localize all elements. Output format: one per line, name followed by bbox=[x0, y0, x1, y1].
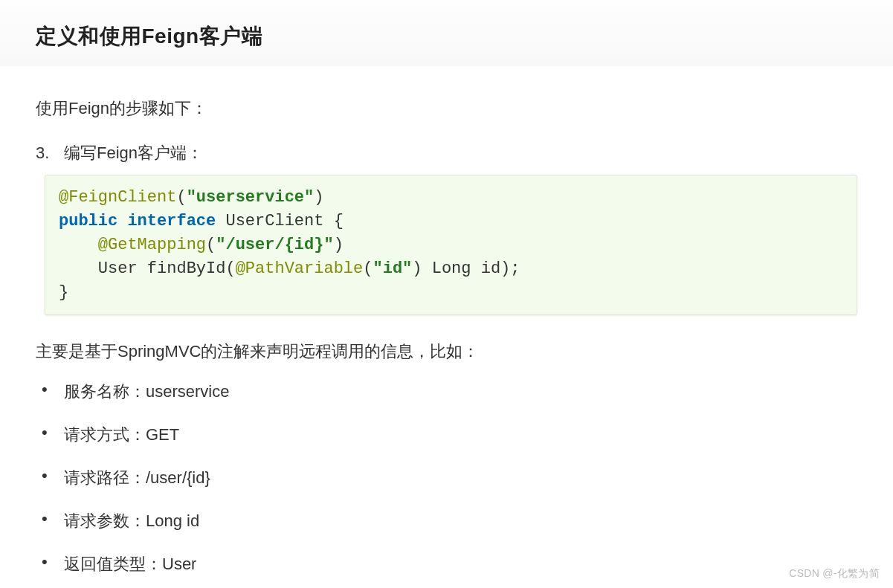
list-item: 请求参数：Long id bbox=[36, 510, 857, 532]
list-item: 请求路径：/user/{id} bbox=[36, 467, 857, 489]
code-keyword: public bbox=[59, 212, 117, 230]
code-annotation: @FeignClient bbox=[59, 188, 176, 207]
code-block: @FeignClient("userservice") public inter… bbox=[45, 175, 857, 315]
step-number: 3. bbox=[36, 143, 64, 163]
list-item: 返回值类型：User bbox=[36, 553, 857, 575]
list-item: 请求方式：GET bbox=[36, 424, 857, 446]
code-annotation: @PathVariable bbox=[236, 259, 364, 278]
code-keyword: interface bbox=[127, 212, 216, 230]
code-text: ) Long id); bbox=[412, 259, 520, 278]
code-text: ( bbox=[206, 236, 216, 254]
step-line: 3.编写Feign客户端： bbox=[36, 142, 857, 164]
description-text: 主要是基于SpringMVC的注解来声明远程调用的信息，比如： bbox=[36, 340, 857, 363]
code-text: ( bbox=[176, 188, 186, 207]
code-text bbox=[59, 236, 98, 254]
list-item: 服务名称：userservice bbox=[36, 381, 857, 403]
code-string: "/user/{id}" bbox=[216, 236, 333, 254]
code-text: ) bbox=[334, 236, 344, 254]
code-string: "userservice" bbox=[187, 188, 315, 207]
watermark: CSDN @-化繁为简 bbox=[789, 567, 880, 581]
code-text: User findById( bbox=[59, 259, 236, 278]
code-text: ) bbox=[314, 188, 323, 207]
code-string: "id" bbox=[373, 259, 412, 278]
bullet-list: 服务名称：userservice 请求方式：GET 请求路径：/user/{id… bbox=[36, 381, 857, 575]
page-title: 定义和使用Feign客户端 bbox=[36, 22, 857, 51]
code-text: UserClient { bbox=[216, 212, 344, 230]
code-text: } bbox=[59, 283, 68, 302]
code-text: ( bbox=[363, 259, 373, 278]
intro-text: 使用Feign的步骤如下： bbox=[36, 97, 857, 120]
step-text: 编写Feign客户端： bbox=[64, 143, 203, 162]
code-text bbox=[117, 212, 127, 230]
code-annotation: @GetMapping bbox=[98, 236, 206, 254]
header-area: 定义和使用Feign客户端 bbox=[0, 0, 893, 66]
